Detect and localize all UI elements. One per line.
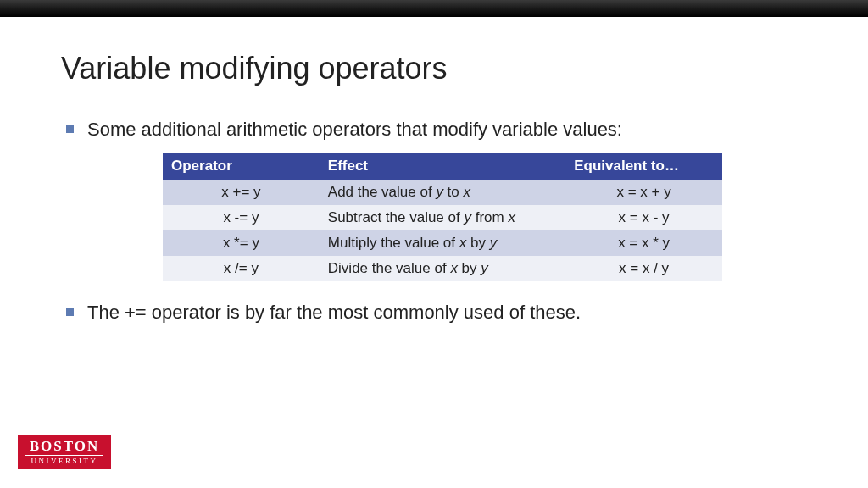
logo-bottom-text: UNIVERSITY <box>25 455 103 465</box>
cell-effect: Multiply the value of x by y <box>320 230 565 256</box>
operators-table: Operator Effect Equivalent to… x += y Ad… <box>163 152 722 281</box>
table-row: x -= y Subtract the value of y from x x … <box>163 205 722 230</box>
header-equivalent: Equivalent to… <box>565 152 722 180</box>
table-header-row: Operator Effect Equivalent to… <box>163 152 722 180</box>
title-bar <box>0 0 868 17</box>
cell-operator: x *= y <box>163 230 320 256</box>
bullet-intro: Some additional arithmetic operators tha… <box>61 119 807 141</box>
table-row: x *= y Multiply the value of x by y x = … <box>163 230 722 256</box>
table-row: x /= y Divide the value of x by y x = x … <box>163 256 722 281</box>
cell-effect: Add the value of y to x <box>320 180 565 205</box>
bullet-icon <box>66 308 74 316</box>
cell-equivalent: x = x * y <box>565 230 722 256</box>
cell-operator: x += y <box>163 180 320 205</box>
cell-operator: x /= y <box>163 256 320 281</box>
bullet-outro: The += operator is by far the most commo… <box>61 302 807 324</box>
cell-operator: x -= y <box>163 205 320 230</box>
boston-university-logo: BOSTON UNIVERSITY <box>17 434 112 469</box>
bullet-outro-text: The += operator is by far the most commo… <box>87 302 581 324</box>
cell-equivalent: x = x - y <box>565 205 722 230</box>
cell-effect: Divide the value of x by y <box>320 256 565 281</box>
bullet-intro-text: Some additional arithmetic operators tha… <box>87 119 622 141</box>
cell-equivalent: x = x / y <box>565 256 722 281</box>
cell-equivalent: x = x + y <box>565 180 722 205</box>
cell-effect: Subtract the value of y from x <box>320 205 565 230</box>
operators-table-wrap: Operator Effect Equivalent to… x += y Ad… <box>163 152 722 281</box>
header-operator: Operator <box>163 152 320 180</box>
slide-content: Variable modifying operators Some additi… <box>0 17 868 324</box>
table-row: x += y Add the value of y to x x = x + y <box>163 180 722 205</box>
header-effect: Effect <box>320 152 565 180</box>
slide-title: Variable modifying operators <box>61 51 807 86</box>
bullet-icon <box>66 125 74 133</box>
logo-top-text: BOSTON <box>30 439 100 455</box>
